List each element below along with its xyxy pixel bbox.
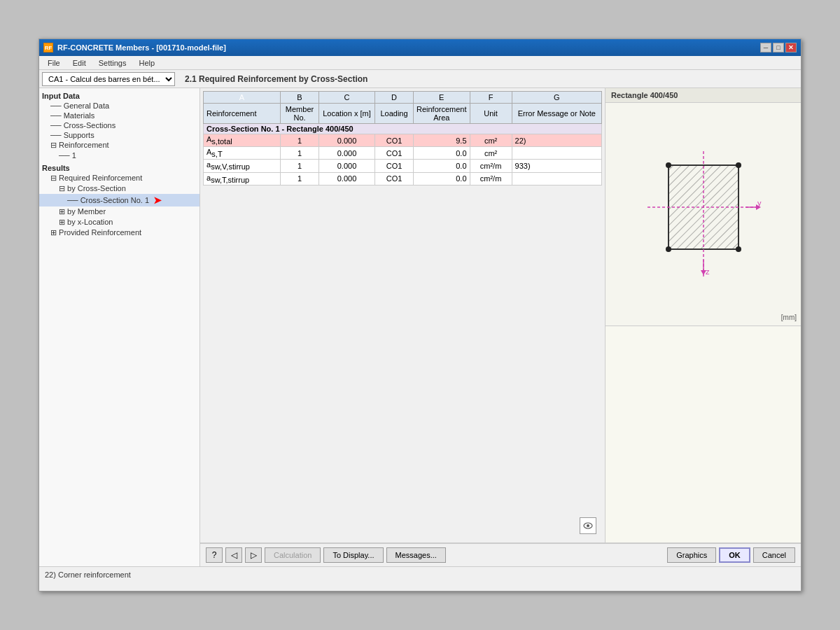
- sidebar-general-data-label: ── General Data: [50, 102, 109, 110]
- calculation-dropdown[interactable]: CA1 - Calcul des barres en bét...: [42, 72, 175, 86]
- cancel-button[interactable]: Cancel: [753, 547, 795, 563]
- row3-col-a: asw,V,stirrup: [204, 160, 281, 172]
- row1-col-d: CO1: [375, 134, 414, 147]
- sidebar-reinforcement[interactable]: ⊟ Reinforcement: [39, 140, 200, 150]
- eye-button-area: [203, 186, 602, 540]
- window-title: RF-CONCRETE Members - [001710-model-file…: [57, 43, 226, 52]
- svg-text:y: y: [757, 199, 762, 207]
- col-f-subheader: Unit: [470, 104, 512, 124]
- col-a-subheader: Reinforcement: [204, 104, 281, 124]
- row3-col-f: cm²/m: [470, 160, 512, 172]
- sidebar-input-data[interactable]: Input Data: [39, 91, 200, 101]
- row4-col-e: 0.0: [414, 172, 470, 185]
- svg-point-6: [666, 246, 671, 252]
- row1-col-g: 22): [512, 134, 601, 147]
- row3-col-b: 1: [281, 160, 319, 172]
- row1-col-c: 0.000: [319, 134, 375, 147]
- sidebar-cross-sections[interactable]: ── Cross-Sections: [39, 120, 200, 130]
- menu-help[interactable]: Help: [133, 58, 160, 68]
- row3-col-e: 0.0: [414, 160, 470, 172]
- sidebar-required-reinforcement[interactable]: ⊟ Required Reinforcement: [39, 173, 200, 183]
- ok-button[interactable]: OK: [719, 547, 750, 563]
- svg-point-4: [666, 162, 671, 168]
- col-b-header: B: [281, 92, 319, 104]
- col-f-header: F: [470, 92, 512, 104]
- section-title: 2.1 Required Reinforcement by Cross-Sect…: [178, 74, 368, 84]
- sidebar-cross-section-no1-label: ── Cross-Section No. 1: [67, 196, 149, 204]
- row2-col-g: [512, 147, 601, 160]
- sidebar-reinforcement-1-label: ── 1: [59, 151, 76, 160]
- col-c-header: C: [319, 92, 375, 104]
- back-button[interactable]: ◁: [225, 547, 242, 563]
- col-g-subheader: Error Message or Note: [512, 104, 601, 124]
- table-row[interactable]: asw,V,stirrup 1 0.000 CO1 0.0 cm²/m 933): [204, 160, 602, 172]
- menu-edit[interactable]: Edit: [67, 58, 92, 68]
- forward-button[interactable]: ▷: [245, 547, 262, 563]
- table-row[interactable]: As,T 1 0.000 CO1 0.0 cm²: [204, 147, 602, 160]
- sidebar-reinforcement-1[interactable]: ── 1: [39, 150, 200, 160]
- svg-point-7: [736, 246, 741, 252]
- sidebar-materials[interactable]: ── Materials: [39, 111, 200, 120]
- graphics-button[interactable]: Graphics: [667, 547, 716, 563]
- messages-button[interactable]: Messages...: [386, 547, 446, 563]
- menu-settings[interactable]: Settings: [93, 58, 132, 68]
- table-row[interactable]: As,total 1 0.000 CO1 9.5 cm² 22): [204, 134, 602, 147]
- sidebar-label: Input Data: [42, 92, 80, 100]
- group-header-row: Cross-Section No. 1 - Rectangle 400/450: [204, 124, 602, 134]
- display-button[interactable]: To Display...: [323, 547, 383, 563]
- help-button[interactable]: ?: [206, 547, 223, 563]
- close-button[interactable]: ✕: [785, 43, 797, 52]
- row3-col-g: 933): [512, 160, 601, 172]
- col-d-header: D: [375, 92, 414, 104]
- sidebar-supports[interactable]: ── Supports: [39, 130, 200, 140]
- menu-file[interactable]: File: [42, 58, 66, 68]
- bottom-buttons-right: Graphics OK Cancel: [667, 547, 795, 563]
- sidebar-by-cross-section[interactable]: ⊟ by Cross-Section: [39, 183, 200, 194]
- app-icon: RF: [43, 43, 53, 52]
- col-a-header: A: [204, 92, 281, 104]
- table-row[interactable]: asw,T,stirrup 1 0.000 CO1 0.0 cm²/m: [204, 172, 602, 185]
- row2-col-e: 0.0: [414, 147, 470, 160]
- row3-col-d: CO1: [375, 160, 414, 172]
- graphics-canvas: y z [mm]: [606, 103, 801, 326]
- sidebar-cross-section-no1[interactable]: ── Cross-Section No. 1 ➤: [39, 194, 200, 206]
- svg-point-5: [736, 162, 741, 168]
- sidebar-by-x-location-label: ⊞ by x-Location: [59, 218, 113, 227]
- sidebar-reinforcement-label: ⊟ Reinforcement: [50, 141, 109, 150]
- bottom-panel: ? ◁ ▷ Calculation To Display... Messages…: [200, 542, 801, 566]
- title-bar-left: RF RF-CONCRETE Members - [001710-model-f…: [43, 43, 226, 52]
- sidebar-provided-reinforcement[interactable]: ⊞ Provided Reinforcement: [39, 227, 200, 238]
- sidebar-by-member[interactable]: ⊞ by Member: [39, 206, 200, 217]
- svg-text:z: z: [706, 267, 710, 276]
- sidebar-materials-label: ── Materials: [50, 111, 94, 120]
- col-g-header: G: [512, 92, 601, 104]
- bottom-buttons-left: ? ◁ ▷ Calculation To Display... Messages…: [206, 547, 446, 563]
- row4-col-b: 1: [281, 172, 319, 185]
- data-table: A B C D E F G Reinforcement Member No.: [203, 91, 602, 186]
- content-area: A B C D E F G Reinforcement Member No.: [200, 88, 801, 566]
- row1-col-b: 1: [281, 134, 319, 147]
- row4-col-a: asw,T,stirrup: [204, 172, 281, 185]
- col-b-subheader: Member No.: [281, 104, 319, 124]
- minimize-button[interactable]: ─: [760, 43, 771, 52]
- sidebar-results-label: Results: [42, 164, 70, 172]
- sidebar: Input Data ── General Data ── Materials …: [39, 88, 200, 566]
- calculation-button[interactable]: Calculation: [265, 547, 321, 563]
- sidebar-by-member-label: ⊞ by Member: [59, 207, 106, 216]
- maximize-button[interactable]: □: [773, 43, 784, 52]
- main-area: Input Data ── General Data ── Materials …: [39, 88, 801, 566]
- col-e-header: E: [414, 92, 470, 104]
- sidebar-by-x-location[interactable]: ⊞ by x-Location: [39, 217, 200, 227]
- sidebar-by-cross-section-label: ⊟ by Cross-Section: [59, 184, 126, 193]
- eye-button[interactable]: [580, 517, 596, 534]
- status-bar: 22) Corner reinforcement: [39, 566, 801, 582]
- sidebar-required-reinforcement-label: ⊟ Required Reinforcement: [50, 174, 142, 183]
- row3-col-c: 0.000: [319, 160, 375, 172]
- sidebar-general-data[interactable]: ── General Data: [39, 101, 200, 111]
- status-text: 22) Corner reinforcement: [45, 570, 131, 579]
- eye-icon: [583, 522, 593, 529]
- sidebar-results[interactable]: Results: [39, 163, 200, 173]
- row1-col-e: 9.5: [414, 134, 470, 147]
- row1-col-f: cm²: [470, 134, 512, 147]
- row2-col-b: 1: [281, 147, 319, 160]
